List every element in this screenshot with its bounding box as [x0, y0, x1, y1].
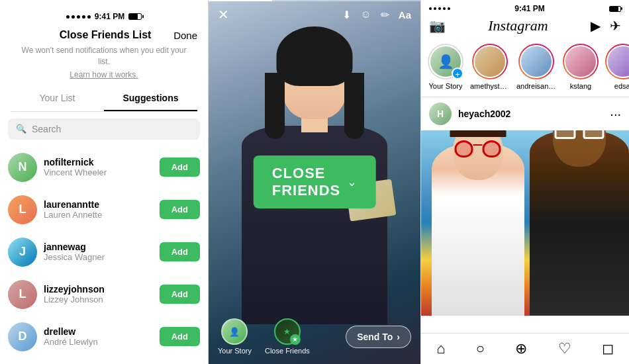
battery-indicator — [128, 13, 142, 20]
header-right-icons: ▶ ✈ — [591, 18, 621, 34]
close-friends-story-avatar: ★ ★ — [274, 318, 301, 345]
text-mode-button[interactable]: Aa — [399, 9, 411, 21]
your-story-item[interactable]: 👤 Your Story — [218, 318, 252, 355]
list-item: N nofilternick Vincent Wheeler Add — [0, 146, 208, 189]
list-item: J jannewag Jessica Wagner Add — [0, 231, 208, 273]
story-actions: ⬇ ☺ ✏ Aa — [342, 9, 411, 21]
feed-person-1-face — [453, 130, 503, 180]
feed-post-avatar[interactable]: H — [429, 103, 452, 125]
add-button[interactable]: Add — [160, 200, 200, 219]
user-realname: André Llewlyn — [44, 337, 153, 347]
story-label-your-story: Your Story — [429, 82, 463, 90]
send-to-label: Send To — [357, 332, 393, 342]
feed-person-1 — [432, 144, 524, 316]
your-story-avatar: 👤 — [221, 318, 248, 345]
search-placeholder: Search — [32, 124, 61, 134]
sticker-icon[interactable]: ☺ — [360, 9, 371, 21]
user-realname: Lizzey Johnson — [44, 295, 153, 304]
story-ring-inner — [564, 45, 597, 78]
user-list: N nofilternick Vincent Wheeler Add L lau… — [0, 146, 208, 364]
status-time: 9:41 PM — [95, 12, 124, 21]
story-ring-inner — [520, 45, 553, 78]
add-story-button: + — [452, 68, 463, 79]
story-ring-andreisantalo — [518, 44, 554, 79]
avatar: J — [8, 238, 37, 267]
feed-person-2 — [530, 130, 629, 316]
story-item-your-story[interactable]: 👤 + Your Story — [428, 44, 463, 90]
story-label-amethyst: amethyst_girl — [470, 82, 510, 90]
user-realname: Vincent Wheeler — [44, 167, 153, 177]
user-info: drellew André Llewlyn — [44, 326, 153, 347]
instagram-feed-panel: 9:41 PM 📷 Instagram ▶ ✈ 👤 + Your Story — [420, 0, 629, 364]
close-friends-story-item[interactable]: ★ ★ Close Friends — [265, 318, 310, 355]
more-options-button[interactable]: ··· — [610, 107, 621, 120]
story-label-edsal: edsal — [614, 82, 629, 90]
add-button[interactable]: Add — [160, 327, 200, 346]
story-ring-inner — [473, 45, 507, 78]
done-button[interactable]: Done — [173, 30, 197, 41]
username: lizzeyjohnson — [44, 284, 153, 295]
story-hair-left — [265, 73, 285, 139]
p3-dot-5 — [448, 7, 450, 10]
close-friends-story-label: Close Friends — [265, 347, 310, 355]
story-label-kstang: kstang — [570, 82, 591, 90]
chevron-right-icon: › — [397, 332, 400, 342]
panel1-header: 9:41 PM Close Friends List Done We won't… — [0, 0, 208, 112]
story-ring-inner — [606, 45, 629, 78]
story-bottom-bar: 👤 Your Story ★ ★ Close Friends Send To › — [209, 312, 420, 364]
chevron-down-icon: ⌄ — [347, 175, 357, 189]
igtv-icon[interactable]: ▶ — [591, 18, 601, 34]
search-icon: 🔍 — [16, 124, 26, 134]
learn-link[interactable]: Learn how it works. — [11, 70, 197, 79]
user-info: jannewag Jessica Wagner — [44, 242, 153, 262]
story-item-edsal[interactable]: edsal — [605, 44, 629, 90]
list-item: D drellew André Llewlyn Add — [0, 316, 208, 358]
story-item-kstang[interactable]: kstang — [563, 44, 599, 90]
stories-row: 👤 + Your Story amethyst_girl andreisanta… — [421, 40, 629, 97]
search-nav-icon[interactable]: ○ — [476, 340, 485, 357]
add-button[interactable]: Add — [160, 285, 200, 304]
story-label-andreisantalo: andreisantalo — [516, 82, 556, 90]
story-hair-right — [344, 73, 364, 139]
user-realname: Jessica Wagner — [44, 252, 153, 262]
story-close-button[interactable]: ✕ — [218, 8, 229, 21]
camera-icon[interactable]: 📷 — [429, 18, 446, 34]
feed-post-username[interactable]: heyach2002 — [458, 109, 603, 119]
tab-suggestions[interactable]: Suggestions — [104, 86, 197, 111]
close-friends-badge[interactable]: CLOSE FRIENDS ⌄ — [254, 156, 376, 208]
avatar: L — [8, 280, 37, 309]
send-to-button[interactable]: Send To › — [346, 326, 411, 348]
direct-message-icon[interactable]: ✈ — [610, 18, 621, 34]
p3-dot-4 — [443, 7, 446, 10]
p3-dot-3 — [438, 7, 441, 10]
story-ring-amethyst — [472, 44, 508, 79]
title-row: Close Friends List Done — [11, 24, 197, 45]
heart-nav-icon[interactable]: ♡ — [558, 340, 571, 357]
story-item-amethyst[interactable]: amethyst_girl — [470, 44, 510, 90]
story-item-andreisantalo[interactable]: andreisantalo — [516, 44, 556, 90]
home-nav-icon[interactable]: ⌂ — [436, 340, 445, 357]
add-post-icon[interactable]: ⊕ — [515, 340, 527, 357]
p3-battery-fill — [610, 7, 618, 11]
p3-status-time: 9:41 PM — [514, 4, 544, 13]
signal-dot-2 — [72, 15, 75, 19]
profile-nav-icon[interactable]: ◻ — [602, 340, 614, 357]
add-button[interactable]: Add — [160, 158, 200, 177]
story-bottom-avatars: 👤 Your Story ★ ★ Close Friends — [218, 318, 310, 355]
feed-person-1-glasses — [455, 140, 501, 159]
avatar: L — [8, 195, 37, 224]
signal-dot-3 — [77, 15, 80, 19]
user-info: lizzeyjohnson Lizzey Johnson — [44, 284, 153, 304]
close-friends-label: CLOSE FRIENDS — [272, 165, 341, 199]
user-info: nofilternick Vincent Wheeler — [44, 157, 153, 177]
feed-post-image — [421, 130, 629, 316]
username: nofilternick — [44, 157, 153, 167]
feed-person-1-hair — [450, 130, 506, 137]
tab-your-list[interactable]: Your List — [11, 86, 104, 111]
draw-icon[interactable]: ✏ — [381, 9, 389, 21]
avatar: N — [8, 153, 37, 182]
add-button[interactable]: Add — [160, 242, 200, 261]
search-box[interactable]: 🔍 Search — [8, 118, 200, 140]
story-hair — [277, 26, 353, 86]
download-icon[interactable]: ⬇ — [342, 9, 351, 21]
